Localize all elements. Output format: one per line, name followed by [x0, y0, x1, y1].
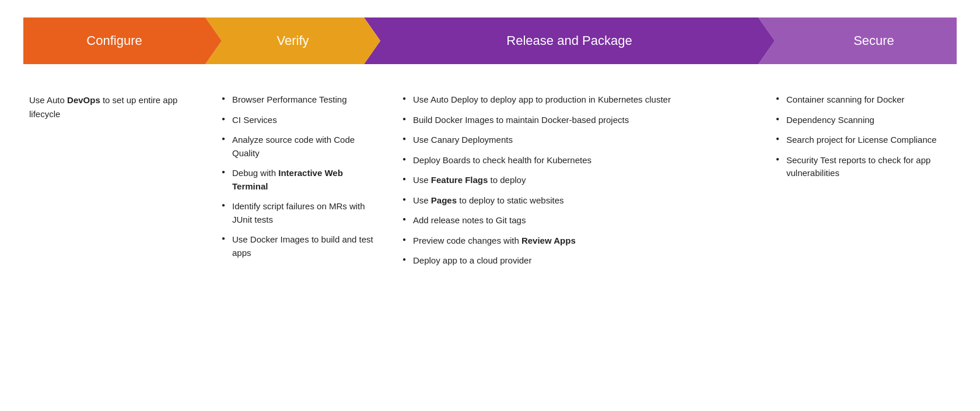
- col-release: Use Auto Deploy to deploy app to product…: [391, 93, 764, 275]
- verify-list: Browser Performance Testing CI Services …: [222, 93, 379, 259]
- list-item: Analyze source code with Code Quality: [222, 134, 379, 160]
- list-item: CI Services: [222, 114, 379, 127]
- list-item: Debug with Interactive Web Terminal: [222, 167, 379, 193]
- list-item: Use Docker Images to build and test apps: [222, 233, 379, 259]
- banner-secure: Secure: [758, 17, 957, 64]
- list-item: Identify script failures on MRs with JUn…: [222, 200, 379, 226]
- list-item: Deploy app to a cloud provider: [402, 254, 752, 268]
- banner-verify: Verify: [205, 17, 380, 64]
- secure-list: Container scanning for Docker Dependency…: [776, 93, 945, 180]
- list-item: Search project for License Compliance: [776, 134, 945, 147]
- banner-release-label: Release and Package: [506, 33, 632, 48]
- list-item: Use Canary Deployments: [402, 134, 752, 147]
- col-verify: Browser Performance Testing CI Services …: [210, 93, 391, 266]
- list-item: Security Test reports to check for app v…: [776, 154, 945, 180]
- configure-text: Use Auto DevOps to set up entire app lif…: [29, 93, 198, 121]
- list-item: Add release notes to Git tags: [402, 214, 752, 227]
- list-item: Use Feature Flags to deploy: [402, 174, 752, 187]
- banner-verify-label: Verify: [276, 33, 309, 48]
- banner-configure: Configure: [23, 17, 222, 64]
- list-item: Browser Performance Testing: [222, 93, 379, 107]
- list-item: Dependency Scanning: [776, 114, 945, 127]
- list-item: Preview code changes with Review Apps: [402, 234, 752, 248]
- banner-secure-label: Secure: [853, 33, 894, 48]
- list-item: Container scanning for Docker: [776, 93, 945, 107]
- col-secure: Container scanning for Docker Dependency…: [764, 93, 957, 187]
- content-row: Use Auto DevOps to set up entire app lif…: [23, 93, 957, 275]
- list-item: Use Pages to deploy to static websites: [402, 194, 752, 208]
- banner-release: Release and Package: [364, 17, 775, 64]
- banner: Configure Verify Release and Package Sec…: [23, 17, 957, 64]
- page: Configure Verify Release and Package Sec…: [0, 0, 980, 298]
- banner-configure-label: Configure: [86, 33, 142, 48]
- col-configure: Use Auto DevOps to set up entire app lif…: [23, 93, 210, 121]
- list-item: Build Docker Images to maintain Docker-b…: [402, 114, 752, 127]
- list-item: Deploy Boards to check health for Kubern…: [402, 154, 752, 167]
- release-list: Use Auto Deploy to deploy app to product…: [402, 93, 752, 268]
- list-item: Use Auto Deploy to deploy app to product…: [402, 93, 752, 107]
